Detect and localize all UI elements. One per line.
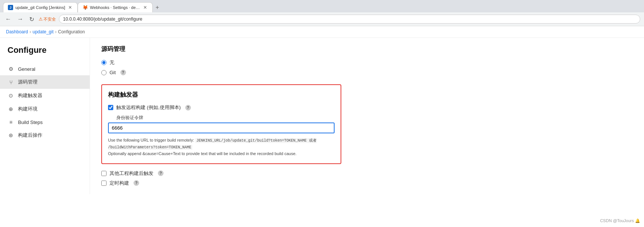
- trigger-icon: ⊙: [8, 93, 14, 99]
- security-icon: ⚠: [39, 16, 43, 22]
- sidebar-item-build-steps[interactable]: ≡ Build Steps: [0, 116, 90, 128]
- build-env-icon: ⊕: [8, 106, 14, 112]
- other-trigger-checkbox[interactable]: [101, 171, 107, 176]
- trigger-help-text: Use the following URL to trigger build r…: [108, 137, 335, 157]
- tab-title-webhooks: Webhooks · Settings · dev1 / c: [90, 5, 140, 10]
- post-build-icon: ⊛: [8, 132, 14, 138]
- remote-build-checkbox[interactable]: [108, 105, 113, 110]
- token-input-container: [108, 122, 335, 133]
- forward-button[interactable]: →: [16, 15, 25, 23]
- scm-icon: ⑂: [8, 79, 14, 85]
- refresh-button[interactable]: ↻: [28, 15, 36, 24]
- gear-icon: ⚙: [8, 66, 14, 72]
- tab-title-jenkins: update_git Config [Jenkins]: [15, 5, 65, 10]
- timer-trigger-checkbox[interactable]: [101, 181, 107, 186]
- sidebar-label-build-steps: Build Steps: [18, 119, 43, 125]
- tab-close-jenkins[interactable]: ✕: [68, 5, 73, 10]
- auth-token-label: 身份验证令牌: [116, 115, 335, 121]
- back-button[interactable]: ←: [4, 15, 13, 23]
- breadcrumb-sep-2: ›: [55, 29, 57, 34]
- scm-label-none: 无: [110, 59, 114, 66]
- browser-chrome: J update_git Config [Jenkins] ✕ 🦊 Webhoo…: [0, 0, 644, 26]
- scm-label-git: Git: [110, 70, 116, 75]
- sidebar-item-general[interactable]: ⚙ General: [0, 63, 90, 75]
- sidebar-item-post-build[interactable]: ⊛ 构建后操作: [0, 128, 90, 142]
- other-trigger-row: 其他工程构建后触发 ?: [101, 170, 633, 177]
- breadcrumb: Dashboard › update_git › Configuration: [0, 26, 644, 38]
- tab-webhooks[interactable]: 🦊 Webhooks · Settings · dev1 / c ✕: [78, 2, 153, 12]
- sidebar-title: Configure: [0, 45, 90, 63]
- page-body: Dashboard › update_git › Configuration C…: [0, 26, 644, 194]
- sidebar-label-triggers: 构建触发器: [18, 92, 42, 99]
- timer-trigger-help-icon[interactable]: ?: [134, 180, 139, 186]
- other-trigger-label: 其他工程构建后触发: [110, 170, 153, 177]
- tab-bar: J update_git Config [Jenkins] ✕ 🦊 Webhoo…: [0, 0, 644, 12]
- trigger-section-title: 构建触发器: [108, 91, 335, 99]
- tab-jenkins[interactable]: J update_git Config [Jenkins] ✕: [3, 2, 78, 12]
- scm-option-none[interactable]: 无: [101, 59, 633, 66]
- remote-build-help-icon[interactable]: ?: [185, 105, 191, 111]
- address-bar: ← → ↻ ⚠ 不安全: [0, 12, 644, 26]
- build-steps-icon: ≡: [8, 119, 14, 125]
- tab-close-webhooks[interactable]: ✕: [143, 5, 148, 10]
- breadcrumb-current: Configuration: [58, 29, 85, 34]
- breadcrumb-update-git[interactable]: update_git: [33, 29, 54, 34]
- security-warning: ⚠ 不安全: [39, 16, 56, 22]
- timer-trigger-label: 定时构建: [110, 180, 129, 187]
- git-help-icon[interactable]: ?: [120, 70, 126, 75]
- sidebar-item-triggers[interactable]: ⊙ 构建触发器: [0, 89, 90, 102]
- remote-build-label: 触发远程构建 (例如,使用脚本): [116, 104, 181, 111]
- trigger-help-line1: Use the following URL to trigger build r…: [108, 138, 194, 142]
- tab-favicon-jenkins: J: [8, 5, 13, 10]
- timer-trigger-row: 定时构建 ?: [101, 180, 633, 187]
- scm-section-title: 源码管理: [101, 45, 633, 53]
- sidebar-label-general: General: [18, 66, 35, 72]
- remote-build-row: 触发远程构建 (例如,使用脚本) ?: [108, 104, 335, 111]
- trigger-box: 构建触发器 触发远程构建 (例如,使用脚本) ? 身份验证令牌 Use the …: [101, 84, 341, 164]
- sidebar-label-scm: 源码管理: [18, 79, 38, 85]
- trigger-help-line2: Optionally append &cause=Cause+Text to p…: [108, 151, 297, 156]
- new-tab-button[interactable]: +: [153, 3, 162, 12]
- address-input[interactable]: [59, 15, 640, 24]
- breadcrumb-sep-1: ›: [30, 29, 31, 34]
- token-input[interactable]: [108, 122, 335, 133]
- sidebar-label-build-env: 构建环境: [18, 106, 38, 112]
- security-label: 不安全: [44, 16, 56, 22]
- breadcrumb-dashboard[interactable]: Dashboard: [6, 29, 28, 34]
- scm-radio-none[interactable]: [101, 60, 107, 65]
- sidebar: Configure ⚙ General ⑂ 源码管理 ⊙ 构建触发器 ⊕ 构建环…: [0, 38, 90, 194]
- scm-option-git[interactable]: Git ?: [101, 70, 633, 75]
- tab-favicon-webhooks: 🦊: [83, 5, 88, 10]
- other-trigger-help-icon[interactable]: ?: [158, 170, 164, 176]
- scm-radio-group: 无 Git ?: [101, 59, 633, 75]
- content-area: Configure ⚙ General ⑂ 源码管理 ⊙ 构建触发器 ⊕ 构建环…: [0, 38, 644, 194]
- main-content: 源码管理 无 Git ? 构建触发器 触发远程构建 (例如,使用脚本): [90, 38, 644, 194]
- sidebar-item-build-env[interactable]: ⊕ 构建环境: [0, 102, 90, 116]
- sidebar-label-post-build: 构建后操作: [18, 132, 42, 139]
- sidebar-item-scm[interactable]: ⑂ 源码管理: [0, 75, 90, 89]
- scm-radio-git[interactable]: [101, 70, 107, 75]
